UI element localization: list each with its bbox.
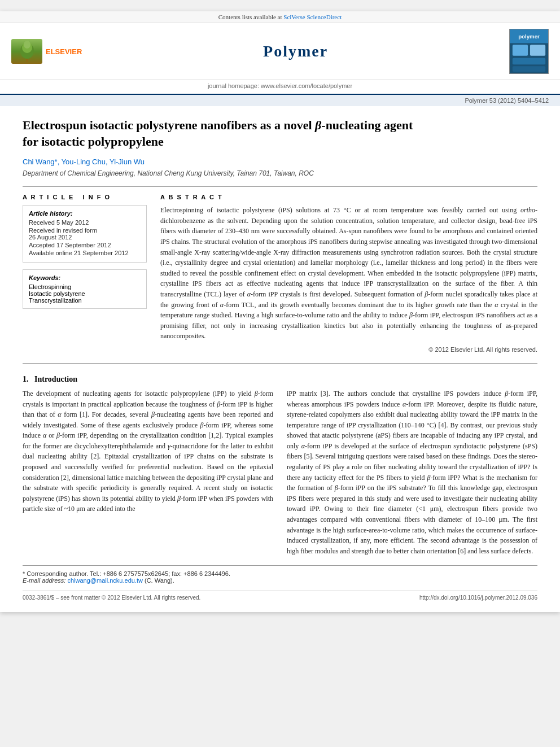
article-citation: Polymer 53 (2012) 5404–5412 (465, 97, 549, 104)
footnote-section: * Corresponding author. Tel.: +886 6 275… (23, 565, 537, 584)
elsevier-tree-icon (11, 39, 42, 64)
footer-bar: 0032-3861/$ – see front matter © 2012 El… (23, 591, 537, 601)
intro-col2: iPP matrix [3]. The authors conclude tha… (287, 388, 537, 557)
page: Contents lists available at SciVerse Sci… (0, 11, 560, 612)
article-history-box: Article history: Received 5 May 2012 Rec… (23, 205, 147, 263)
content-area: Electrospun isotactic polystyrene nanofi… (0, 106, 560, 612)
svg-point-3 (24, 41, 30, 49)
keywords-label: Keywords: (29, 274, 141, 281)
journal-cover-thumbnail: polymer (509, 29, 549, 74)
received-revised: Received in revised form26 August 2012 (29, 227, 141, 241)
svg-text:polymer: polymer (518, 33, 540, 40)
history-label: Article history: (29, 210, 141, 217)
introduction-section: 1. Introduction The development of nucle… (23, 375, 537, 557)
right-column: A B S T R A C T Electrospinning of isota… (160, 194, 537, 353)
keyword-2: Isotactic polystyrene (29, 290, 141, 297)
article-title: Electrospun isotactic polystyrene nanofi… (23, 117, 537, 150)
section-title: 1. Introduction (23, 375, 537, 384)
intro-body: The development of nucleating agents for… (23, 388, 537, 557)
left-column: A R T I C L E I N F O Article history: R… (23, 194, 147, 353)
author-list: Chi Wang*, You-Ling Chu, Yi-Jiun Wu (23, 158, 145, 166)
article-info-header: A R T I C L E I N F O (23, 194, 147, 200)
header-main: ELSEVIER Polymer polymer (0, 23, 560, 80)
contents-label: Contents lists available at (218, 14, 282, 20)
svg-rect-7 (513, 45, 528, 55)
issn-text: 0032-3861/$ – see front matter © 2012 El… (23, 595, 200, 601)
divider-2 (23, 363, 537, 364)
header-top: Contents lists available at SciVerse Sci… (0, 11, 560, 23)
elsevier-logo: ELSEVIER (11, 39, 82, 64)
intro-col1: The development of nucleating agents for… (23, 388, 273, 557)
affiliation: Department of Chemical Engineering, Nati… (23, 169, 537, 177)
email-note: E-mail address: chiwang@mail.ncku.edu.tw… (23, 577, 537, 584)
accepted-date: Accepted 17 September 2012 (29, 242, 141, 248)
authors: Chi Wang*, You-Ling Chu, Yi-Jiun Wu (23, 158, 537, 166)
svg-rect-8 (530, 45, 545, 55)
journal-header: Contents lists available at SciVerse Sci… (0, 11, 560, 95)
svg-rect-9 (513, 58, 545, 65)
doi-link[interactable]: http://dx.doi.org/10.1016/j.polymer.2012… (419, 595, 537, 601)
available-date: Available online 21 September 2012 (29, 250, 141, 256)
copyright: © 2012 Elsevier Ltd. All rights reserved… (160, 346, 537, 353)
section-name: Introduction (34, 375, 77, 383)
abstract-text: Electrospinning of isotactic polystyrene… (160, 205, 537, 342)
section-number: 1. (23, 375, 29, 383)
keyword-1: Electrospinning (29, 283, 141, 290)
journal-title: Polymer (82, 42, 509, 60)
divider-1 (23, 186, 537, 187)
article-info-abstract: A R T I C L E I N F O Article history: R… (23, 194, 537, 353)
svg-rect-10 (513, 66, 545, 72)
corresponding-note: * Corresponding author. Tel.: +886 6 275… (23, 570, 537, 577)
article-meta-bar: Polymer 53 (2012) 5404–5412 (0, 95, 560, 106)
elsevier-brand: ELSEVIER (46, 47, 82, 56)
email-link[interactable]: chiwang@mail.ncku.edu.tw (67, 577, 142, 584)
sciverse-link[interactable]: SciVerse ScienceDirect (283, 14, 342, 20)
received-date: Received 5 May 2012 (29, 219, 141, 226)
journal-homepage: journal homepage: www.elsevier.com/locat… (0, 80, 560, 94)
journal-title-center: Polymer (82, 42, 509, 60)
keywords-box: Keywords: Electrospinning Isotactic poly… (23, 269, 147, 309)
keyword-3: Transcrystallization (29, 297, 141, 304)
abstract-header: A B S T R A C T (160, 194, 537, 200)
